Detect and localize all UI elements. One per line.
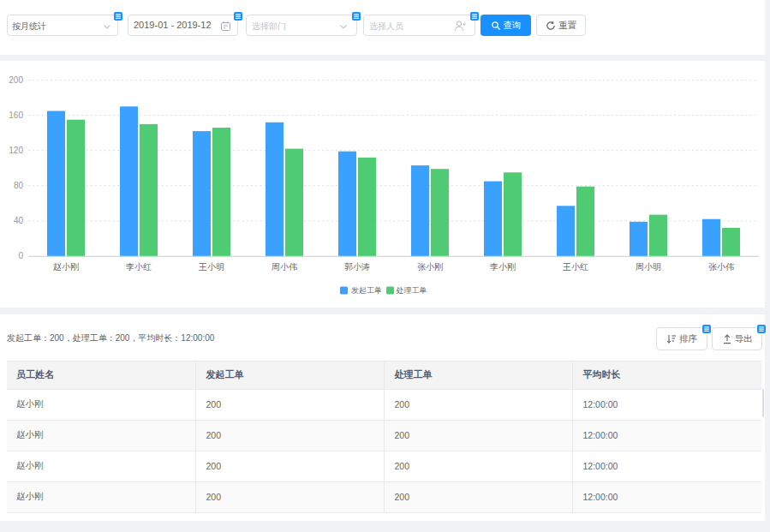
svg-text:周小伟: 周小伟	[272, 262, 297, 272]
svg-text:李小刚: 李小刚	[490, 262, 516, 272]
svg-text:张小伟: 张小伟	[708, 262, 734, 272]
svg-text:处理工单: 处理工单	[396, 286, 427, 295]
svg-text:王小明: 王小明	[198, 262, 224, 272]
svg-text:80: 80	[14, 181, 24, 190]
svg-text:120: 120	[9, 146, 23, 155]
svg-text:周小明: 周小明	[636, 262, 661, 272]
svg-text:200: 200	[9, 75, 23, 85]
svg-text:40: 40	[14, 216, 24, 225]
svg-text:张小刚: 张小刚	[417, 262, 443, 272]
svg-text:160: 160	[9, 111, 23, 120]
svg-text:郭小涛: 郭小涛	[344, 262, 370, 272]
svg-text:赵小刚: 赵小刚	[53, 262, 79, 272]
svg-text:李小红: 李小红	[126, 262, 152, 272]
svg-text:发起工单: 发起工单	[351, 286, 382, 295]
svg-text:王小红: 王小红	[562, 262, 588, 272]
svg-text:0: 0	[18, 251, 23, 260]
